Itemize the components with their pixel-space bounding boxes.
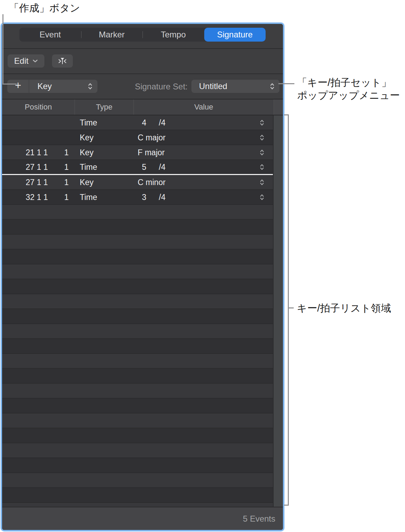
chevron-up-down-icon (260, 134, 264, 141)
tab-marker[interactable]: Marker (81, 28, 143, 42)
tab-label: Marker (99, 30, 125, 39)
row-value-popup[interactable] (258, 119, 266, 127)
catch-playhead-icon (57, 56, 68, 66)
empty-row (2, 369, 273, 384)
chevron-up-down-icon (260, 119, 264, 127)
row-value-popup[interactable] (258, 133, 266, 142)
column-header-position: Position (2, 99, 75, 115)
scrollbar-track[interactable] (273, 115, 283, 507)
annotation-create-button: 「作成」ボタン (9, 2, 80, 15)
row-value-numerator: 5 (119, 163, 146, 172)
tab-label: Signature (217, 30, 253, 39)
annotation-bracket-top-tick (284, 114, 289, 115)
empty-row (2, 354, 273, 369)
status-bar: 5 Events (2, 507, 283, 530)
column-header-value: Value (133, 99, 274, 115)
chevron-up-down-icon (260, 193, 264, 201)
row-value: C minor (138, 177, 166, 187)
table-row[interactable]: 27 1 1 1 Key C minor (2, 175, 273, 190)
empty-row (2, 458, 273, 473)
empty-row (2, 443, 273, 458)
row-value: F major (138, 148, 165, 157)
list-tab-bar: EventMarkerTempoSignature (2, 24, 283, 49)
empty-row (2, 384, 273, 399)
row-type: Key (80, 177, 94, 187)
empty-row (2, 294, 273, 309)
edit-toolbar: Edit (2, 49, 283, 74)
empty-row (2, 250, 273, 264)
row-position-tick: 1 (48, 148, 69, 157)
event-type-value: Key (37, 81, 88, 91)
table-row[interactable]: 32 1 1 1 Time 3 /4 (2, 190, 273, 205)
row-value-popup[interactable] (258, 148, 266, 157)
row-value-popup[interactable] (258, 193, 266, 201)
empty-row (2, 399, 273, 413)
row-position: 32 1 1 (2, 192, 48, 202)
row-value-popup[interactable] (258, 163, 266, 171)
signature-set-popup[interactable]: Untitled (191, 80, 279, 93)
row-position: 27 1 1 (2, 163, 48, 172)
row-position-tick: 1 (48, 163, 69, 172)
annotation-signature-set-line2: ポップアップメニュー (297, 89, 400, 102)
annotation-line-create-vertical (2, 14, 3, 84)
edit-menu-button[interactable]: Edit (8, 54, 44, 68)
row-type: Time (80, 118, 97, 127)
empty-row (2, 473, 273, 488)
signature-set-label: Signature Set: (117, 74, 188, 99)
row-type: Time (80, 192, 97, 202)
row-type: Key (80, 133, 94, 142)
row-position-tick: 1 (48, 177, 69, 187)
empty-row (2, 339, 273, 354)
row-value-denominator: /4 (159, 192, 165, 202)
screenshot-stage: EventMarkerTempoSignature Edit (0, 0, 405, 532)
edit-menu-label: Edit (14, 56, 28, 66)
tab-label: Tempo (161, 30, 186, 39)
empty-row (2, 488, 273, 503)
chevron-up-down-icon (260, 163, 264, 171)
event-list: Time 4 /4 Key C major 21 1 1 1 Key F maj… (2, 115, 283, 507)
table-row[interactable]: 21 1 1 1 Key F major (2, 145, 273, 160)
empty-row (2, 324, 273, 339)
signature-list-panel: EventMarkerTempoSignature Edit (1, 23, 284, 531)
annotation-line-create-horizontal (2, 84, 17, 85)
annotation-signature-set: 「キー/拍子セット」 ポップアップメニュー (297, 76, 400, 102)
annotation-bracket-vertical (288, 114, 289, 506)
row-type: Time (80, 163, 97, 172)
row-position: 21 1 1 (2, 148, 48, 157)
events-count: 5 Events (243, 514, 275, 524)
create-event-button[interactable]: + (7, 80, 29, 93)
tab-signature[interactable]: Signature (204, 28, 266, 42)
empty-row (2, 264, 273, 279)
table-row[interactable]: Time 4 /4 (2, 115, 273, 130)
empty-row (2, 279, 273, 294)
create-event-group: + Key (7, 80, 97, 93)
annotation-signature-set-line1: 「キー/拍子セット」 (297, 76, 400, 89)
chevron-down-icon (33, 59, 38, 63)
tab-tempo[interactable]: Tempo (143, 28, 204, 42)
tab-event[interactable]: Event (19, 28, 81, 42)
annotation-bracket-bottom-tick (284, 505, 289, 506)
add-event-bar: + Key Signature Set: Untitled (2, 74, 283, 99)
header-scrollbar-stub (274, 99, 283, 115)
chevron-up-down-icon (260, 178, 264, 186)
annotation-line-signature-set (278, 83, 294, 84)
chevron-up-down-icon (88, 82, 93, 90)
empty-row (2, 309, 273, 324)
row-position: 27 1 1 (2, 177, 48, 187)
empty-row (2, 205, 273, 220)
list-header: Position Type Value (2, 99, 283, 115)
tab-label: Event (40, 30, 61, 39)
empty-row (2, 235, 273, 250)
row-value-popup[interactable] (258, 178, 266, 186)
table-row[interactable]: Key C major (2, 130, 273, 145)
empty-row (2, 413, 273, 428)
chevron-up-down-icon (260, 149, 264, 156)
list-tab-switcher: EventMarkerTempoSignature (19, 28, 266, 42)
empty-row (2, 503, 273, 507)
row-position-tick: 1 (48, 192, 69, 202)
catch-playhead-button[interactable] (52, 54, 73, 68)
annotation-list-area: キー/拍子リスト領域 (297, 302, 391, 315)
event-type-popup[interactable]: Key (29, 80, 97, 93)
row-value-numerator: 3 (119, 192, 146, 202)
table-row[interactable]: 27 1 1 1 Time 5 /4 (2, 160, 273, 175)
